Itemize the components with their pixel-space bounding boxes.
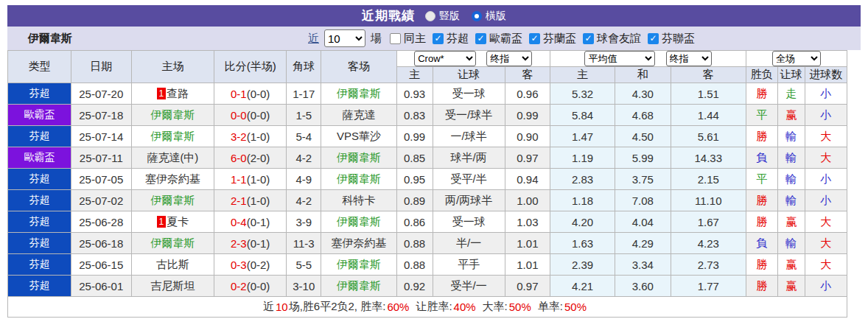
fulltime-score: 3-2 bbox=[231, 130, 247, 143]
fulltime-score: 2-3 bbox=[231, 237, 247, 250]
home-team[interactable]: 伊爾韋斯 bbox=[131, 105, 214, 126]
home-team[interactable]: 1查路 bbox=[131, 83, 214, 105]
radio-checked-icon[interactable] bbox=[472, 11, 482, 21]
home-team[interactable]: 古比斯 bbox=[131, 254, 214, 276]
match-count-select[interactable]: 10 bbox=[324, 29, 365, 47]
avg-away-odds: 1.77 bbox=[671, 276, 746, 297]
home-team[interactable]: 伊爾韋斯 bbox=[131, 233, 214, 254]
home-team-name[interactable]: 薩克達(中) bbox=[147, 151, 198, 164]
home-team[interactable]: 伊爾韋斯 bbox=[131, 190, 214, 211]
matches-table: 类型 日期 主场 比分(半场) 角球 客场 Crow* 终指 平均值 终指 bbox=[7, 50, 847, 297]
fulltime-score: 0-1 bbox=[231, 88, 247, 100]
corner-score: 1-17 bbox=[287, 83, 321, 105]
away-team-name[interactable]: 伊爾韋斯 bbox=[337, 279, 381, 292]
near-link[interactable]: 近 bbox=[308, 32, 319, 46]
avg-draw-odds: 4.68 bbox=[615, 105, 671, 126]
score: 0-3(0-2) bbox=[214, 254, 287, 276]
league-badge: 歐霸盃 bbox=[8, 105, 71, 126]
away-team[interactable]: 科特卡 bbox=[321, 190, 396, 211]
avg-draw-odds: 3.60 bbox=[615, 276, 671, 297]
handicap-home-odds: 0.99 bbox=[396, 126, 433, 147]
away-team[interactable]: 伊爾韋斯 bbox=[321, 211, 396, 233]
average-select[interactable]: 平均值 bbox=[584, 51, 655, 66]
away-team-name[interactable]: 伊爾韋斯 bbox=[337, 151, 381, 164]
result-wdl: 負 bbox=[746, 233, 777, 254]
away-team-name[interactable]: 伊爾韋斯 bbox=[337, 87, 381, 99]
home-team-name[interactable]: 查路 bbox=[167, 87, 189, 99]
same-home-checkbox[interactable] bbox=[390, 33, 401, 44]
avg-draw-odds: 4.04 bbox=[615, 211, 671, 233]
result-handicap: 輸 bbox=[777, 126, 805, 147]
home-team[interactable]: 伊爾韋斯 bbox=[131, 126, 214, 147]
handicap-home-odds: 0.92 bbox=[396, 276, 433, 297]
col-date: 日期 bbox=[71, 51, 131, 83]
matches-table-wrap: 类型 日期 主场 比分(半场) 角球 客场 Crow* 终指 平均值 终指 bbox=[7, 50, 847, 297]
home-team-name[interactable]: 夏卡 bbox=[167, 215, 189, 228]
score: 6-0(2-0) bbox=[214, 147, 287, 169]
summary-text: 场,胜6平2负2, 胜率: bbox=[289, 300, 386, 314]
league-checkbox-4[interactable]: ✓ bbox=[648, 33, 659, 44]
handicap-home-odds: 0.85 bbox=[396, 147, 433, 169]
away-team[interactable]: 伊爾韋斯 bbox=[321, 254, 396, 276]
away-team[interactable]: VPS華沙 bbox=[321, 126, 396, 147]
home-team-name[interactable]: 伊爾韋斯 bbox=[150, 236, 195, 249]
home-team-name[interactable]: 伊爾韋斯 bbox=[150, 130, 195, 142]
home-team-name[interactable]: 塞伊奈約基 bbox=[145, 172, 200, 185]
avg-home-odds: 1.47 bbox=[550, 126, 615, 147]
league-checkbox-1[interactable]: ✓ bbox=[475, 33, 486, 44]
away-team[interactable]: 伊爾韋斯 bbox=[321, 83, 396, 105]
odds-company-select[interactable]: Crow* bbox=[414, 51, 476, 66]
away-team[interactable]: 伊爾韋斯 bbox=[321, 169, 396, 190]
halftime-score: (1-0) bbox=[247, 173, 270, 186]
halftime-score: (0-0) bbox=[247, 109, 270, 122]
league-checkbox-2[interactable]: ✓ bbox=[529, 33, 540, 44]
league-checkbox-3[interactable]: ✓ bbox=[583, 33, 594, 44]
home-team-name[interactable]: 古比斯 bbox=[156, 258, 189, 270]
away-team-name[interactable]: 薩克達 bbox=[342, 108, 375, 121]
radio-unchecked-icon[interactable] bbox=[425, 11, 435, 21]
fulltime-score: 0-0 bbox=[231, 109, 247, 122]
average-selects-cell: 平均值 终指 bbox=[550, 51, 746, 67]
away-team-name[interactable]: 科特卡 bbox=[342, 194, 375, 206]
result-handicap: 輸 bbox=[777, 190, 805, 211]
home-team[interactable]: 1夏卡 bbox=[131, 211, 214, 233]
league-badge: 歐霸盃 bbox=[8, 147, 71, 169]
radio-horizontal-layout[interactable]: 橫版 bbox=[472, 10, 506, 23]
scope-select[interactable]: 全场 bbox=[772, 51, 821, 66]
away-team-name[interactable]: VPS華沙 bbox=[337, 130, 381, 142]
away-team[interactable]: 薩克達 bbox=[321, 105, 396, 126]
col-handicap-line: 让球 bbox=[433, 67, 505, 83]
league-label-2: 芬蘭盃 bbox=[543, 32, 576, 46]
halftime-score: (0-2) bbox=[247, 259, 270, 271]
average-stage-select[interactable]: 终指 bbox=[666, 51, 712, 66]
away-team[interactable]: 伊爾韋斯 bbox=[321, 147, 396, 169]
odds-stage-select[interactable]: 终指 bbox=[486, 51, 532, 66]
radio-vertical-layout[interactable]: 豎版 bbox=[425, 10, 460, 23]
result-wdl: 勝 bbox=[746, 276, 777, 297]
col-type: 类型 bbox=[8, 51, 71, 83]
away-team-name[interactable]: 塞伊奈約基 bbox=[331, 236, 386, 249]
avg-draw-odds: 3.75 bbox=[615, 169, 671, 190]
match-date: 25-06-15 bbox=[71, 254, 131, 276]
handicap-line: 受一球 bbox=[433, 211, 505, 233]
col-avg-home: 主 bbox=[550, 67, 615, 83]
avg-away-odds: 14.33 bbox=[671, 147, 746, 169]
home-team[interactable]: 塞伊奈約基 bbox=[131, 169, 214, 190]
away-team-name[interactable]: 伊爾韋斯 bbox=[337, 172, 381, 185]
handicap-line: 一/球半 bbox=[433, 126, 505, 147]
home-team[interactable]: 薩克達(中) bbox=[131, 147, 214, 169]
league-checkbox-0[interactable]: ✓ bbox=[433, 33, 444, 44]
home-team-name[interactable]: 伊爾韋斯 bbox=[150, 194, 195, 206]
away-team-name[interactable]: 伊爾韋斯 bbox=[337, 258, 381, 270]
handicap-line: 平手 bbox=[433, 254, 505, 276]
away-team-name[interactable]: 伊爾韋斯 bbox=[337, 215, 381, 228]
away-team[interactable]: 伊爾韋斯 bbox=[321, 276, 396, 297]
league-badge: 芬超 bbox=[8, 233, 71, 254]
summary-over-rate: 50% bbox=[509, 301, 531, 313]
result-goals: 大 bbox=[805, 233, 847, 254]
away-team[interactable]: 塞伊奈約基 bbox=[321, 233, 396, 254]
home-team[interactable]: 吉尼斯坦 bbox=[131, 276, 214, 297]
home-team-name[interactable]: 伊爾韋斯 bbox=[150, 108, 195, 121]
avg-home-odds: 2.83 bbox=[550, 169, 615, 190]
home-team-name[interactable]: 吉尼斯坦 bbox=[150, 279, 195, 292]
